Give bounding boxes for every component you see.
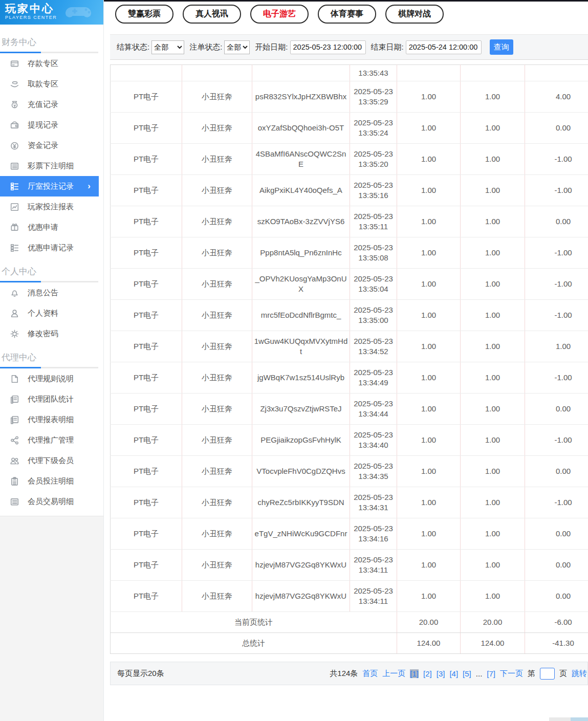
time-cell: 2025-05-23 13:35:16 [350, 175, 397, 206]
settle-status-select[interactable]: 全部 [151, 40, 184, 54]
jump-prefix-label: 第 [528, 669, 535, 679]
platform-cell: PT电子 [111, 487, 182, 518]
time-cell: 2025-05-23 13:35:00 [350, 300, 397, 331]
sidebar-item-agent-team-stats[interactable]: 代理团队统计 [0, 389, 103, 409]
bet-cell: 1.00 [397, 581, 461, 612]
table-row: PT电子小丑狂奔Ppp8ntA5lq_Pn6znInHc2025-05-23 1… [111, 237, 588, 269]
bet-cell: 1.00 [397, 237, 461, 269]
platform-cell: PT电子 [111, 581, 182, 612]
deposit-card-icon [10, 59, 19, 68]
sidebar-item-funds-records[interactable]: 资金记录 [0, 135, 103, 156]
sidebar-item-agent-sub-members[interactable]: 代理下级会员 [0, 450, 103, 471]
page-link-5[interactable]: [5] [463, 669, 471, 678]
page-link-2[interactable]: [2] [423, 669, 432, 678]
table-row-partial: 13:35:43 [111, 65, 588, 81]
corner-widget-blue[interactable] [571, 717, 588, 721]
result-cell: 0.00 [525, 550, 588, 581]
tab-electronic-games[interactable]: 电子游艺 [250, 5, 309, 24]
sidebar-item-profile[interactable]: 个人资料 [0, 303, 103, 323]
bet-cell: 1.00 [397, 394, 461, 425]
bet-cell: 1.00 [397, 144, 461, 175]
wallet-icon [10, 121, 19, 129]
tab-board-games[interactable]: 棋牌对战 [385, 5, 444, 24]
sidebar-item-hall-bet-records[interactable]: 厅室投注记录› [0, 176, 99, 196]
last-page-link[interactable]: [7] [487, 669, 495, 678]
sidebar-item-label: 消息公告 [28, 288, 58, 298]
bet-cell: 1.00 [397, 425, 461, 456]
document-icon [10, 375, 19, 383]
end-date-label: 结束日期: [371, 42, 404, 52]
hand-money-icon [10, 80, 19, 89]
page-link-4[interactable]: [4] [449, 669, 458, 678]
game-cell: 小丑狂奔 [182, 581, 252, 612]
time-cell: 2025-05-23 13:35:24 [350, 113, 397, 144]
bet-cell: 1.00 [397, 175, 461, 206]
valid-bet-cell: 1.00 [461, 518, 525, 550]
sidebar-item-lottery-bet-details[interactable]: 彩票下注明细 [0, 156, 103, 176]
checklist-icon [10, 244, 19, 252]
result-cell: -1.00 [525, 144, 588, 175]
ellipsis: ... [476, 669, 483, 678]
order-id-cell: Ppp8ntA5lq_Pn6znInHc [252, 237, 350, 269]
platform-cell: PT电子 [111, 300, 182, 331]
people-icon [10, 456, 19, 465]
time-cell: 2025-05-23 13:34:11 [350, 581, 397, 612]
result-cell: 1.00 [525, 331, 588, 362]
game-cell: 小丑狂奔 [182, 237, 252, 269]
sidebar-item-member-transaction-details[interactable]: 会员交易明细 [0, 491, 103, 512]
bet-cell: 1.00 [397, 362, 461, 394]
sidebar-item-agent-rules[interactable]: 代理规则说明 [0, 368, 103, 389]
sidebar-item-messages[interactable]: 消息公告 [0, 282, 103, 303]
sidebar-item-agent-report-details[interactable]: 代理报表明细 [0, 409, 103, 430]
sidebar-item-agent-promotion[interactable]: 代理推广管理 [0, 430, 103, 450]
report-icon [10, 416, 19, 424]
sidebar-item-player-bet-report[interactable]: 玩家投注报表 [0, 196, 103, 217]
bet-cell: 1.00 [397, 456, 461, 487]
order-id-cell: hzjevjM87VG2Gq8YKWxU [252, 550, 350, 581]
query-button[interactable]: 查询 [490, 39, 513, 55]
sidebar-item-recharge-records[interactable]: 充值记录 [0, 94, 103, 115]
jump-page-input[interactable] [540, 668, 555, 680]
jump-button[interactable]: 跳转 [572, 669, 587, 679]
game-cell: 小丑狂奔 [182, 81, 252, 113]
result-cell: 0.00 [525, 206, 588, 237]
sidebar-item-label: 存款专区 [28, 59, 58, 69]
game-cell: 小丑狂奔 [182, 487, 252, 518]
sidebar-item-promo-apply-records[interactable]: 优惠申请记录 [0, 237, 103, 258]
tab-sports[interactable]: 体育赛事 [318, 5, 376, 24]
game-cell: 小丑狂奔 [182, 425, 252, 456]
section-title: 财务中心 [0, 29, 103, 52]
bet-cell: 1.00 [397, 269, 461, 300]
sidebar-item-change-password[interactable]: 修改密码 [0, 323, 103, 344]
start-date-input[interactable] [290, 40, 366, 54]
bell-icon [10, 289, 19, 297]
order-id-cell: mrc5fEoDcdNflrBgmtc_ [252, 300, 350, 331]
order-status-select[interactable]: 全部 [224, 40, 250, 54]
sidebar-item-withdraw-zone[interactable]: 取款专区 [0, 74, 103, 94]
end-date-input[interactable] [406, 40, 482, 54]
order-id-cell: 4SBaMfI6ANscOQWC2SnE [252, 144, 350, 175]
platform-cell: PT电子 [111, 144, 182, 175]
sidebar-item-label: 彩票下注明细 [28, 161, 74, 171]
sidebar-item-member-bet-details[interactable]: 会员投注明细 [0, 471, 103, 491]
prev-page-link[interactable]: 上一页 [382, 669, 405, 679]
sidebar-menu: 财务中心存款专区取款专区充值记录提现记录资金记录彩票下注明细厅室投注记录›玩家投… [0, 25, 103, 512]
page-link-1[interactable]: [1] [410, 669, 419, 678]
section-divider [0, 281, 98, 282]
tab-live-video[interactable]: 真人视讯 [183, 5, 241, 24]
sidebar-item-promo-apply[interactable]: 优惠申请 [0, 217, 103, 237]
sidebar-item-label: 厅室投注记录 [28, 182, 74, 191]
sidebar-item-withdraw-records[interactable]: 提现记录 [0, 115, 103, 135]
game-cell: 小丑狂奔 [182, 113, 252, 144]
result-cell: -1.00 [525, 487, 588, 518]
sidebar-item-deposit-zone[interactable]: 存款专区 [0, 53, 103, 74]
first-page-link[interactable]: 首页 [362, 669, 378, 679]
platform-cell: PT电子 [111, 269, 182, 300]
list-icon [10, 497, 19, 506]
next-page-link[interactable]: 下一页 [500, 669, 523, 679]
section-divider [0, 52, 98, 53]
page-link-3[interactable]: [3] [437, 669, 445, 678]
bet-cell [397, 65, 461, 81]
tab-lottery[interactable]: 雙赢彩票 [115, 5, 173, 24]
checklist-icon [10, 182, 19, 191]
